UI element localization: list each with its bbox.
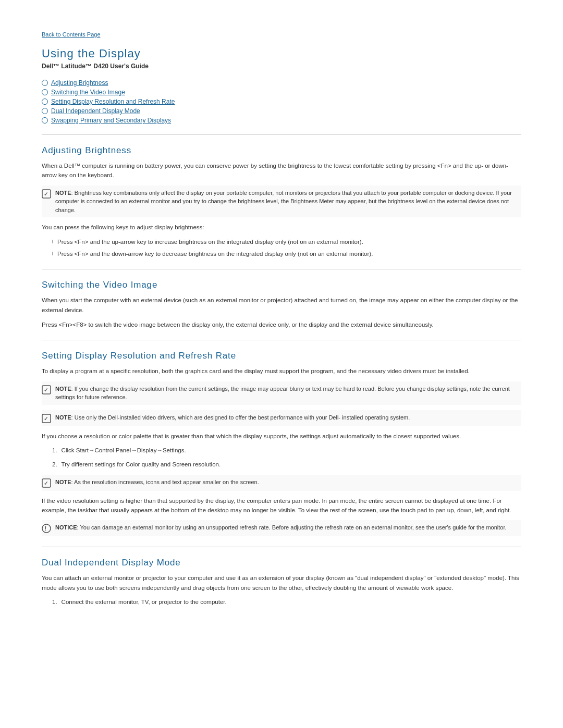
resolution-notice-label: NOTICE bbox=[55, 524, 77, 530]
section-dual-independent: Dual Independent Display Mode You can at… bbox=[42, 558, 521, 607]
toc-item-4[interactable]: Dual Independent Display Mode bbox=[42, 107, 521, 115]
divider-3 bbox=[42, 340, 521, 340]
brightness-bullet-2: Press <Fn> and the down-arrow key to dec… bbox=[52, 250, 521, 258]
brightness-bullet-1: Press <Fn> and the up-arrow key to incre… bbox=[52, 238, 521, 246]
dual-step-1-text: Connect the external monitor, TV, or pro… bbox=[62, 598, 227, 607]
toc-link-1[interactable]: Adjusting Brightness bbox=[51, 79, 108, 87]
svg-text:✓: ✓ bbox=[44, 480, 48, 486]
dual-steps: Connect the external monitor, TV, or pro… bbox=[52, 598, 521, 607]
brightness-you-can: You can press the following keys to adju… bbox=[42, 223, 521, 232]
brightness-bullet-list: Press <Fn> and the up-arrow key to incre… bbox=[52, 238, 521, 259]
resolution-step-2-text: Try different settings for Color quality… bbox=[62, 460, 221, 469]
toc-bullet-3 bbox=[42, 98, 48, 105]
toc-item-5[interactable]: Swapping Primary and Secondary Displays bbox=[42, 117, 521, 124]
note-icon-3: ✓ bbox=[42, 414, 51, 423]
section-title-brightness: Adjusting Brightness bbox=[42, 145, 521, 156]
resolution-note3: ✓ NOTE: As the resolution increases, ico… bbox=[42, 475, 521, 491]
brightness-note1: ✓ NOTE: Brightness key combinations only… bbox=[42, 186, 521, 218]
resolution-note1-text: NOTE: If you change the display resoluti… bbox=[55, 385, 521, 402]
toc-link-5[interactable]: Swapping Primary and Secondary Displays bbox=[51, 117, 171, 124]
resolution-notice-text: NOTICE: You can damage an external monit… bbox=[55, 523, 507, 532]
brightness-note1-body: Brightness key combinations only affect … bbox=[55, 190, 512, 213]
section-switching-video: Switching the Video Image When you start… bbox=[42, 280, 521, 329]
section-title-resolution: Setting Display Resolution and Refresh R… bbox=[42, 351, 521, 361]
svg-text:✓: ✓ bbox=[44, 191, 48, 197]
resolution-note2-body: Use only the Dell-installed video driver… bbox=[75, 414, 410, 421]
toc-link-3[interactable]: Setting Display Resolution and Refresh R… bbox=[51, 98, 175, 105]
toc-bullet-5 bbox=[42, 117, 48, 124]
divider-1 bbox=[42, 134, 521, 135]
page-title: Using the Display bbox=[42, 47, 521, 60]
resolution-note2-label: NOTE bbox=[55, 414, 71, 421]
resolution-notice-body: You can damage an external monitor by us… bbox=[80, 524, 506, 530]
subtitle: Dell™ Latitude™ D420 User's Guide bbox=[42, 63, 521, 70]
resolution-step-1-text: Click Start→Control Panel→Display→Settin… bbox=[62, 446, 186, 455]
dual-step-1: Connect the external monitor, TV, or pro… bbox=[52, 598, 521, 607]
resolution-note1: ✓ NOTE: If you change the display resolu… bbox=[42, 381, 521, 405]
divider-4 bbox=[42, 547, 521, 547]
note-icon-4: ✓ bbox=[42, 478, 51, 488]
toc-item-2[interactable]: Switching the Video Image bbox=[42, 89, 521, 96]
resolution-intro: To display a program at a specific resol… bbox=[42, 366, 521, 376]
section-setting-display: Setting Display Resolution and Refresh R… bbox=[42, 351, 521, 536]
note-icon-2: ✓ bbox=[42, 385, 51, 394]
video-intro: When you start the computer with an exte… bbox=[42, 295, 521, 315]
brightness-bullet-2-text: Press <Fn> and the down-arrow key to dec… bbox=[57, 250, 373, 258]
resolution-note2-text: NOTE: Use only the Dell-installed video … bbox=[55, 413, 410, 422]
section-adjusting-brightness: Adjusting Brightness When a Dell™ comput… bbox=[42, 145, 521, 258]
toc-list: Adjusting Brightness Switching the Video… bbox=[42, 79, 521, 124]
note-icon-1: ✓ bbox=[42, 189, 51, 199]
resolution-note3-body: As the resolution increases, icons and t… bbox=[74, 479, 259, 485]
resolution-note2: ✓ NOTE: Use only the Dell-installed vide… bbox=[42, 410, 521, 426]
brightness-note1-label: NOTE bbox=[55, 190, 71, 196]
video-press: Press <Fn><F8> to switch the video image… bbox=[42, 320, 521, 329]
resolution-steps: Click Start→Control Panel→Display→Settin… bbox=[52, 446, 521, 470]
resolution-note1-label: NOTE bbox=[55, 386, 71, 392]
section-title-dual: Dual Independent Display Mode bbox=[42, 558, 521, 568]
toc-item-1[interactable]: Adjusting Brightness bbox=[42, 79, 521, 87]
resolution-if-choose: If you choose a resolution or color pale… bbox=[42, 431, 521, 441]
back-to-contents-link[interactable]: Back to Contents Page bbox=[42, 31, 521, 38]
toc-bullet-2 bbox=[42, 89, 48, 95]
resolution-step-2: Try different settings for Color quality… bbox=[52, 460, 521, 469]
section-title-video: Switching the Video Image bbox=[42, 280, 521, 290]
brightness-intro: When a Dell™ computer is running on batt… bbox=[42, 161, 521, 180]
resolution-note3-text: NOTE: As the resolution increases, icons… bbox=[55, 478, 259, 487]
svg-text:!: ! bbox=[45, 525, 47, 532]
toc-item-3[interactable]: Setting Display Resolution and Refresh R… bbox=[42, 98, 521, 105]
resolution-note3-label: NOTE bbox=[55, 479, 71, 485]
toc-link-4[interactable]: Dual Independent Display Mode bbox=[51, 107, 140, 115]
resolution-pan-mode: If the video resolution setting is highe… bbox=[42, 496, 521, 515]
brightness-note1-text: NOTE: Brightness key combinations only a… bbox=[55, 189, 521, 215]
toc-bullet-4 bbox=[42, 108, 48, 114]
toc-link-2[interactable]: Switching the Video Image bbox=[51, 89, 125, 96]
notice-icon: ! bbox=[42, 524, 51, 533]
resolution-note1-body: If you change the display resolution fro… bbox=[55, 386, 510, 401]
svg-text:✓: ✓ bbox=[44, 387, 48, 393]
brightness-bullet-1-text: Press <Fn> and the up-arrow key to incre… bbox=[57, 238, 363, 246]
divider-2 bbox=[42, 269, 521, 269]
dual-intro: You can attach an external monitor or pr… bbox=[42, 573, 521, 593]
toc-bullet-1 bbox=[42, 80, 48, 86]
resolution-notice: ! NOTICE: You can damage an external mon… bbox=[42, 520, 521, 536]
resolution-step-1: Click Start→Control Panel→Display→Settin… bbox=[52, 446, 521, 455]
svg-text:✓: ✓ bbox=[44, 416, 48, 422]
